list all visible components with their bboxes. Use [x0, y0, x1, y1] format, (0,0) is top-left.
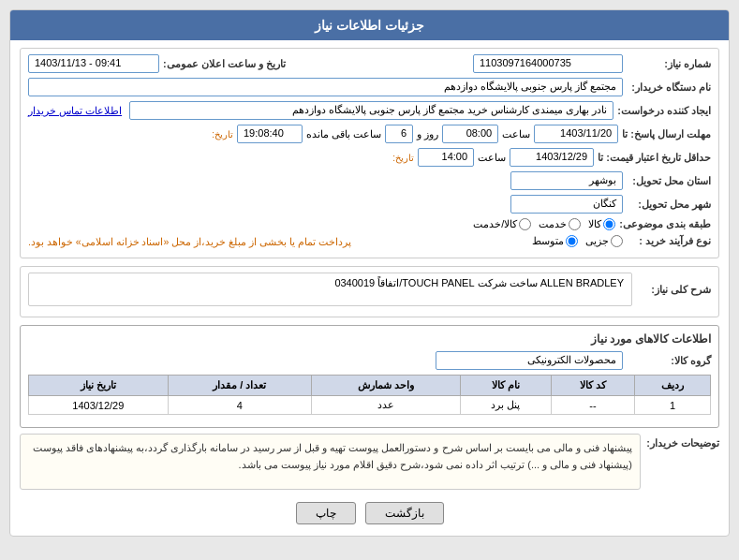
col-quantity: تعداد / مقدار	[168, 376, 311, 396]
date-value: 1403/11/13 - 09:41	[28, 54, 159, 73]
cell-date: 1403/12/29	[29, 396, 169, 415]
row-buyer-desc: توضیحات خریدار: پیشنهاد فنی و مالی می با…	[20, 434, 719, 490]
table-row: 1--پنل بردعدد41403/12/29	[29, 396, 711, 415]
row-request-number: شماره نیاز: 1103097164000735 تاریخ و ساع…	[28, 54, 711, 73]
cell-code: --	[551, 396, 635, 415]
row-needs-desc: شرح کلی نیاز: ALLEN BRADLEY ساخت شرکت TO…	[28, 273, 711, 306]
col-date: تاریخ نیاز	[29, 376, 169, 396]
needs-desc-box: ALLEN BRADLEY ساخت شرکت TOUCH PANEL/اتفا…	[28, 273, 632, 306]
category-radio-khedmat[interactable]	[569, 218, 581, 230]
footer-buttons: بازگشت چاپ	[20, 494, 719, 528]
buyer-desc-label: توضیحات خریدار:	[644, 434, 719, 449]
purchase-type-medium: متوسط	[532, 235, 578, 247]
reply-date-value: 1403/11/20	[534, 125, 618, 143]
cell-name: پنل برد	[461, 396, 551, 415]
reply-time-value: 08:00	[442, 125, 498, 143]
page-header: جزئیات اطلاعات نیاز	[10, 10, 729, 40]
reply-remaining-label: ساعت باقی مانده	[306, 128, 381, 140]
row-goods-group: گروه کالا: محصولات الکترونیکی	[28, 351, 711, 370]
category-option-khedmat: خدمت	[539, 218, 581, 230]
buyer-desc-box: پیشنهاد فنی و مالی می بایست بر اساس شرح …	[20, 434, 641, 490]
city-value: کنگان	[510, 195, 623, 214]
reply-remaining-value: 19:08:40	[237, 125, 303, 143]
category-label: طبقه بندی موضوعی:	[619, 218, 711, 230]
col-name: نام کالا	[461, 376, 551, 396]
request-number-value: 1103097164000735	[473, 54, 623, 73]
col-row-num: ردیف	[635, 376, 711, 396]
price-time-label: ساعت	[478, 152, 506, 164]
contact-link[interactable]: اطلاعات تماس خریدار	[28, 105, 122, 117]
creator-value: نادر بهاری میمندی کارشناس خرید مجتمع گاز…	[129, 101, 613, 120]
goods-info-title: اطلاعات کالاهای مورد نیاز	[28, 331, 711, 347]
print-button[interactable]: چاپ	[296, 502, 356, 524]
row-category: طبقه بندی موضوعی: کالا خدمت کالا/خدمت	[28, 218, 711, 230]
purchase-note: پرداخت تمام یا بخشی از مبلغ خرید،از محل …	[28, 236, 351, 247]
buyer-desc-value: پیشنهاد فنی و مالی می بایست بر اساس شرح …	[33, 442, 632, 470]
goods-table: ردیف کد کالا نام کالا واحد شمارش تعداد /…	[28, 375, 711, 415]
buyer-label: نام دستگاه خریدار:	[627, 81, 711, 94]
top-fields-section: شماره نیاز: 1103097164000735 تاریخ و ساع…	[20, 48, 719, 258]
province-value: بوشهر	[510, 171, 623, 190]
reply-day-label: روز و	[417, 128, 438, 140]
page-container: جزئیات اطلاعات نیاز شماره نیاز: 11030971…	[9, 9, 730, 537]
page-title: جزئیات اطلاعات نیاز	[315, 18, 424, 33]
reply-day-value: 6	[385, 125, 413, 143]
goods-table-section: ردیف کد کالا نام کالا واحد شمارش تعداد /…	[28, 375, 711, 415]
purchase-radio-medium[interactable]	[566, 235, 578, 247]
price-date-label: حداقل تاریخ اعتبار قیمت: تا	[598, 152, 711, 164]
category-khedmat-label: خدمت	[539, 218, 567, 230]
content-area: شماره نیاز: 1103097164000735 تاریخ و ساع…	[10, 40, 729, 536]
row-buyer: نام دستگاه خریدار: مجتمع گاز پارس جنوبی …	[28, 78, 711, 96]
reply-time-label: ساعت	[502, 128, 530, 140]
row-city: شهر محل تحویل: کنگان	[28, 195, 711, 214]
category-radio-both[interactable]	[519, 218, 531, 230]
purchase-radio-partial[interactable]	[611, 235, 623, 247]
row-purchase-type: نوع فرآیند خرید : جزیی متوسط پرداخت تمام…	[28, 235, 711, 247]
goods-group-value: محصولات الکترونیکی	[436, 351, 623, 370]
row-reply-date: مهلت ارسال پاسخ: تا 1403/11/20 ساعت 08:0…	[28, 125, 711, 143]
category-radio-group: کالا خدمت کالا/خدمت	[473, 218, 615, 230]
back-button[interactable]: بازگشت	[365, 502, 444, 524]
category-option-both: کالا/خدمت	[473, 218, 531, 230]
col-unit: واحد شمارش	[311, 376, 461, 396]
category-kala-label: کالا	[588, 218, 601, 230]
needs-desc-label: شرح کلی نیاز:	[636, 284, 711, 296]
purchase-partial-label: جزیی	[585, 235, 609, 247]
table-header-row: ردیف کد کالا نام کالا واحد شمارش تعداد /…	[29, 376, 711, 396]
buyer-value: مجتمع گاز پارس جنوبی پالایشگاه دوازدهم	[28, 78, 623, 96]
purchase-type-partial: جزیی	[585, 235, 623, 247]
category-option-kala: کالا	[588, 218, 615, 230]
cell-row: 1	[635, 396, 711, 415]
needs-desc-value: ALLEN BRADLEY ساخت شرکت TOUCH PANEL/اتفا…	[334, 277, 624, 288]
cell-quantity: 4	[168, 396, 311, 415]
date-label: تاریخ و ساعت اعلان عمومی:	[163, 58, 286, 70]
goods-section: اطلاعات کالاهای مورد نیاز گروه کالا: محص…	[20, 325, 719, 428]
reply-date-label: مهلت ارسال پاسخ: تا	[622, 128, 711, 140]
purchase-medium-label: متوسط	[532, 235, 564, 247]
needs-section: شرح کلی نیاز: ALLEN BRADLEY ساخت شرکت TO…	[20, 266, 719, 317]
creator-label: ایجاد کننده درخواست:	[617, 105, 711, 117]
row-price-date: حداقل تاریخ اعتبار قیمت: تا 1403/12/29 س…	[28, 148, 711, 167]
price-time-value: 14:00	[418, 148, 474, 167]
price-date-value: 1403/12/29	[510, 148, 594, 167]
request-number-label: شماره نیاز:	[627, 58, 711, 70]
category-both-label: کالا/خدمت	[473, 218, 517, 230]
purchase-type-radio-group: جزیی متوسط	[532, 235, 623, 247]
col-code: کد کالا	[551, 376, 635, 396]
row-creator: ایجاد کننده درخواست: نادر بهاری میمندی ک…	[28, 101, 711, 120]
category-radio-kala[interactable]	[603, 218, 615, 230]
city-label: شهر محل تحویل:	[627, 199, 711, 211]
province-label: استان محل تحویل:	[627, 175, 711, 187]
cell-unit: عدد	[311, 396, 461, 415]
purchase-type-label: نوع فرآیند خرید :	[627, 235, 711, 247]
goods-group-label: گروه کالا:	[627, 355, 711, 367]
row-province: استان محل تحویل: بوشهر	[28, 171, 711, 190]
